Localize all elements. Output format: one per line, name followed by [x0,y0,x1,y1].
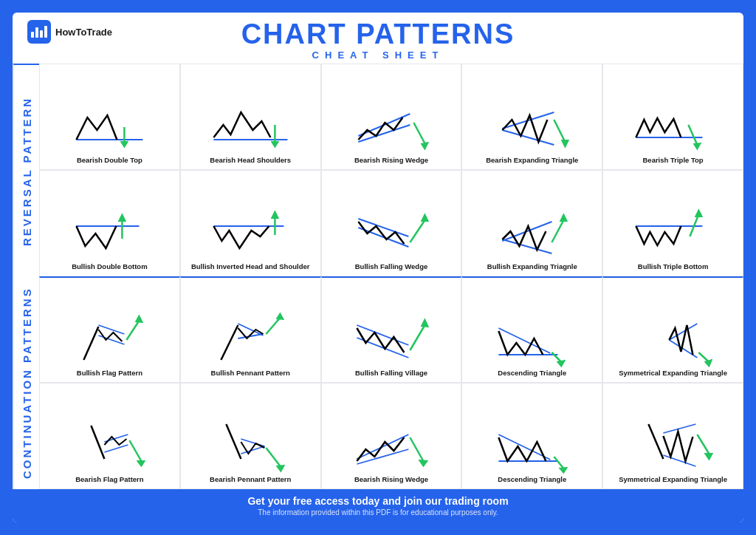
pattern-label: Bearish Expanding Triangle [486,156,578,165]
sub-title: CHEAT SHEET [241,50,515,61]
svg-line-56 [664,424,696,433]
reversal-label: REVERSAL PATTERN [13,64,39,277]
pattern-label: Bullish Inverted Head and Shoulder [191,262,309,271]
pattern-bearish-rising-wedge-2: Bearish Rising Wedge [321,383,462,489]
pattern-bullish-inverted-hs: Bullish Inverted Head and Shoulder [180,170,321,276]
svg-line-8 [503,130,554,145]
svg-line-49 [357,435,408,459]
pattern-label: Bullish Pennant Pattern [211,369,290,378]
svg-line-11 [689,125,698,145]
svg-line-27 [126,321,139,340]
svg-line-45 [226,424,241,459]
svg-line-57 [664,455,696,466]
pattern-descending-triangle-2: Descending Triangle [461,383,602,489]
continuation-label: CONTINUATION PATTERNS [13,277,39,489]
pattern-bullish-falling-village: Bullish Falling Village [321,276,462,383]
svg-line-9 [554,120,566,142]
svg-line-28 [221,325,238,360]
pattern-sym-expanding-1: Symmetrical Expanding Triangle [602,276,743,383]
title-area: CHART PATTERNS CHEAT SHEET [241,20,515,61]
svg-line-18 [410,220,425,242]
svg-line-44 [129,440,141,461]
pattern-bullish-falling-wedge: Bullish Falling Wedge [321,170,462,276]
pattern-label: Bearish Rising Wedge [354,475,428,484]
svg-line-43 [104,445,128,452]
pattern-label: Symmetrical Expanding Triangle [619,475,727,484]
pattern-bearish-flag: Bearish Flag Pattern [39,383,180,489]
svg-line-58 [698,435,709,454]
pattern-bullish-double-bottom: Bullish Double Bottom [39,170,180,276]
pattern-label: Descending Triangle [498,475,566,484]
pattern-bearish-rising-wedge: Bearish Rising Wedge [321,64,462,170]
pattern-label: Bullish Expanding Triagnle [487,262,577,271]
pattern-bullish-flag: Bullish Flag Pattern [39,276,180,383]
content-area: REVERSAL PATTERN CONTINUATION PATTERNS B… [13,64,743,489]
pattern-label: Bearish Double Top [77,156,142,165]
pattern-label: Bearish Flag Pattern [75,475,143,484]
logo-text: HowToTrade [55,27,112,38]
svg-line-6 [413,123,425,143]
logo-area: HowToTrade [27,20,112,44]
svg-line-25 [98,325,124,334]
footer-sub-text: The information provided within this PDF… [18,508,738,517]
pattern-label: Bullish Triple Bottom [638,262,709,271]
pattern-bearish-pennant: Bearish Pennant Pattern [180,383,321,489]
svg-line-54 [554,457,564,468]
main-title: CHART PATTERNS [241,20,515,48]
pattern-sym-expanding-2: Symmetrical Expanding Triangle [602,383,743,489]
svg-line-24 [83,327,98,360]
pattern-bearish-head-shoulders: Bearish Head Shoulders [180,64,321,170]
svg-line-31 [266,318,280,334]
pattern-bullish-expanding-triangle: Bullish Expanding Triagnle [461,170,602,276]
header: HowToTrade CHART PATTERNS CHEAT SHEET [13,13,743,64]
svg-line-48 [266,448,281,467]
pattern-label: Bearish Rising Wedge [354,156,428,165]
pattern-label: Bullish Falling Wedge [355,262,428,271]
svg-line-16 [358,219,408,236]
pattern-descending-triangle-1: Descending Triangle [461,276,602,383]
pattern-bullish-triple-bottom: Bullish Triple Bottom [602,170,743,276]
svg-line-20 [503,239,552,253]
pattern-bearish-double-top: Bearish Double Top [39,64,180,170]
svg-line-41 [91,426,104,459]
svg-line-51 [410,437,423,461]
pattern-label: Bullish Double Bottom [72,262,147,271]
logo-icon [27,20,51,44]
pattern-label: Bullish Flag Pattern [77,369,142,378]
pattern-label: Bearish Pennant Pattern [210,475,291,484]
main-container: HowToTrade CHART PATTERNS CHEAT SHEET RE… [13,13,743,522]
pattern-label: Descending Triangle [498,369,566,378]
pattern-label: Bearish Head Shoulders [210,156,291,165]
svg-line-21 [552,220,564,242]
svg-line-34 [410,325,425,350]
pattern-label: Bullish Falling Village [355,369,427,378]
svg-line-55 [649,424,664,459]
pattern-bearish-triple-top: Bearish Triple Top [602,64,743,170]
pattern-label: Symmetrical Expanding Triangle [619,369,727,378]
pattern-bullish-pennant: Bullish Pennant Pattern [180,276,321,383]
svg-line-37 [552,352,562,362]
pattern-label: Bearish Triple Top [643,156,704,165]
pattern-bearish-expanding-triangle: Bearish Expanding Triangle [461,64,602,170]
footer-main-text: Get your free access today and join our … [18,495,738,507]
footer: Get your free access today and join our … [13,489,743,522]
